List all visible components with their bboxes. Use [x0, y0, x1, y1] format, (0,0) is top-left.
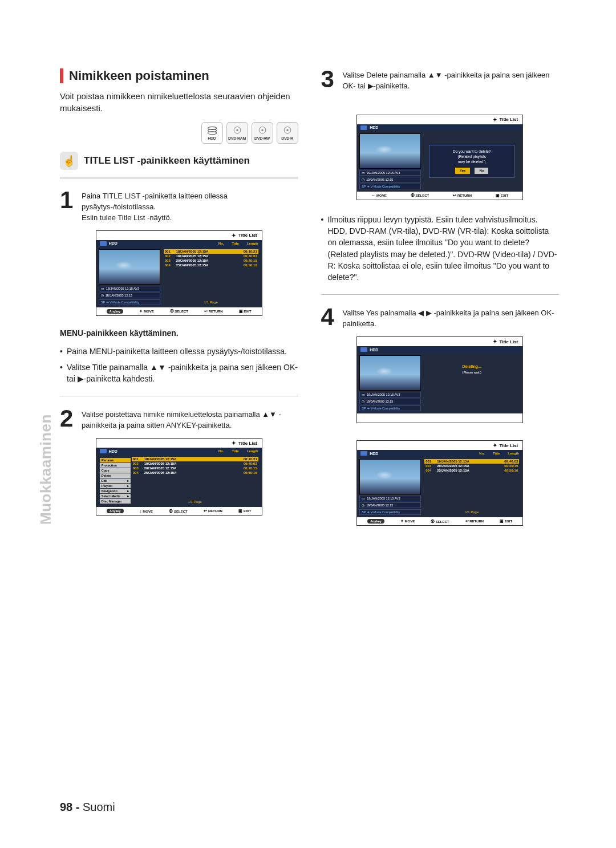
- thin-rule: [321, 294, 560, 295]
- right-column: 3 Valitse Delete painamalla ▲▼ -painikke…: [321, 68, 560, 801]
- tv-screenshot-title-list: ✦Title List HDD No.TitleLength ▭18/JAN/2…: [96, 230, 262, 316]
- no-button[interactable]: No: [475, 168, 488, 173]
- plus-icon: ✦: [232, 233, 236, 238]
- menu-heading: MENU-painikkeen käyttäminen.: [60, 328, 298, 338]
- subheading: TITLE LIST -painikkeen käyttäminen: [84, 155, 250, 167]
- dvd-rw-badge-icon: DVD-RW: [252, 122, 273, 144]
- disc-badges: HDD DVD-RAM DVD-RW DVD-R: [60, 122, 298, 144]
- context-menu: Rename Protection Copy Delete Edit▸ Play…: [99, 457, 132, 505]
- step-4: 4 Valitse Yes painamalla ◀ ▶ -painikkeit…: [321, 306, 560, 330]
- svg-point-8: [286, 129, 288, 131]
- step-3-text: Valitse Delete painamalla ▲▼ -painikkeit…: [343, 68, 560, 92]
- section-title: Nimikkeen poistaminen: [69, 68, 209, 83]
- svg-point-4: [236, 129, 238, 131]
- red-bar-icon: [60, 68, 63, 83]
- meta-date-2: ◷18/JAN/2005 12:15: [99, 293, 160, 298]
- step-1: 1 Paina TITLE LIST -painiketta laitteen …: [60, 189, 298, 224]
- hand-icon: ☝: [60, 152, 78, 170]
- step-2: 2 Valitse poistettava nimike nimikeluett…: [60, 408, 298, 431]
- step-3: 3 Valitse Delete painamalla ▲▼ -painikke…: [321, 68, 560, 92]
- side-tab: Muokkaaminen: [37, 414, 55, 525]
- tv-screenshot-delete-confirm: ✦Title List HDD ▭19/JAN/2005 12:15 AV3 ◷…: [356, 115, 523, 200]
- footer-page-number: 98 -: [60, 801, 79, 813]
- menu-bullets: Paina MENU-painiketta laitteen ollessa p…: [60, 346, 298, 385]
- thin-rule: [60, 396, 298, 396]
- page-indicator: 1/1 Page: [164, 298, 258, 305]
- meta-date-1: ▭18/JAN/2005 12:15 AV3: [99, 286, 160, 291]
- step-number: 2: [60, 408, 77, 431]
- title-row: 00118/JAN/2005 12:15A00:10:21: [164, 249, 258, 254]
- step-number: 4: [321, 306, 338, 330]
- bullet-2: Valitse Title painamalla ▲▼ -painikkeita…: [67, 362, 298, 385]
- thick-rule: [60, 177, 298, 179]
- step-number: 3: [321, 68, 338, 92]
- please-wait-label: (Please wait.): [424, 371, 519, 374]
- footer-language: Suomi: [83, 801, 115, 813]
- svg-point-6: [261, 129, 263, 131]
- deleting-label: Deleting...: [424, 355, 519, 371]
- tv-footer: Anykey ✦ MOVE ⦿ SELECT ↩ RETURN ▣ EXIT: [96, 307, 262, 315]
- section-heading: Nimikkeen poistaminen: [60, 68, 298, 83]
- step-4-text: Valitse Yes painamalla ◀ ▶ -painikkeita …: [343, 306, 560, 330]
- tv-screenshot-deleting: ✦Title List HDD ▭19/JAN/2005 12:15 AV3 ◷…: [356, 336, 523, 423]
- hdd-badge-icon: HDD: [201, 122, 223, 144]
- subheading-row: ☝ TITLE LIST -painikkeen käyttäminen: [60, 152, 298, 170]
- confirm-dialog: Do you want to delete? (Related playlist…: [429, 145, 514, 178]
- dvd-r-badge-icon: DVD-R: [277, 122, 298, 144]
- yes-button[interactable]: Yes: [455, 168, 470, 173]
- intro-text: Voit poistaa nimikkeen nimikeluettelosta…: [60, 90, 298, 114]
- step-number: 1: [60, 189, 77, 224]
- tv-screenshot-anykey-menu: ✦Title List HDD No.TitleLength Rename Pr…: [96, 438, 262, 516]
- meta-sp: SP ➔ V-Mode Compatibility: [99, 299, 160, 305]
- note-bullet: Ilmoitus riippuu levyn tyypistä. Esiin t…: [321, 214, 560, 283]
- step-1-line-2: Esiin tulee Title List -näyttö.: [82, 213, 172, 222]
- note-text: Ilmoitus riippuu levyn tyypistä. Esiin t…: [328, 214, 560, 283]
- left-column: Nimikkeen poistaminen Voit poistaa nimik…: [60, 68, 298, 801]
- dvd-ram-badge-icon: DVD-RAM: [226, 122, 248, 144]
- step-1-line-1: Paina TITLE LIST -painiketta laitteen ol…: [82, 192, 228, 211]
- step-2-text: Valitse poistettava nimike nimikeluettel…: [82, 408, 298, 431]
- menu-item: Rename: [100, 458, 131, 462]
- bullet-1: Paina MENU-painiketta laitteen ollessa p…: [67, 346, 298, 357]
- tv-screenshot-after-delete: ✦Title List HDD No.TitleLength ▭19/JAN/2…: [356, 440, 523, 526]
- preview-thumb: [99, 249, 160, 285]
- hdd-icon: [100, 241, 107, 246]
- page-footer: 98 - Suomi: [60, 801, 559, 814]
